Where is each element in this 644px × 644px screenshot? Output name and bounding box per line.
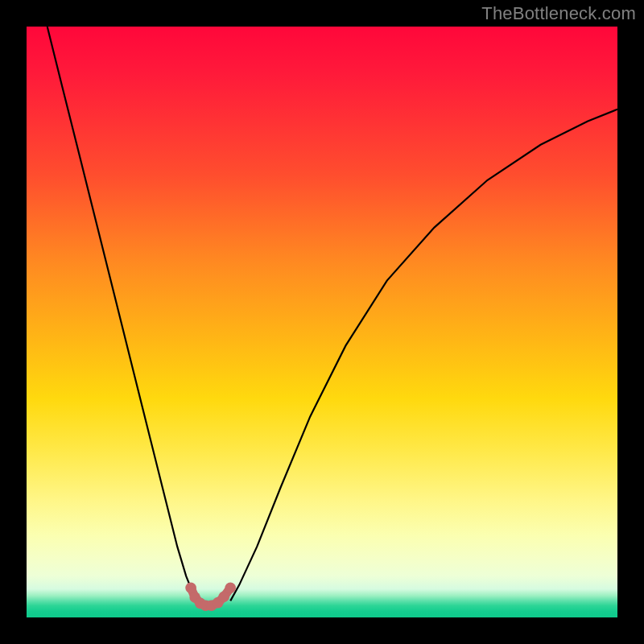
- chart-frame: TheBottleneck.com: [0, 0, 644, 644]
- watermark-text: TheBottleneck.com: [481, 3, 636, 24]
- curve-layer: [27, 27, 617, 617]
- curve-left-branch: [47, 27, 198, 601]
- valley-dot: [185, 583, 196, 594]
- valley-marker: [185, 583, 236, 612]
- curve-right-branch: [230, 109, 617, 601]
- valley-dot: [225, 583, 236, 594]
- valley-dot: [218, 592, 229, 603]
- plot-area: [27, 27, 617, 617]
